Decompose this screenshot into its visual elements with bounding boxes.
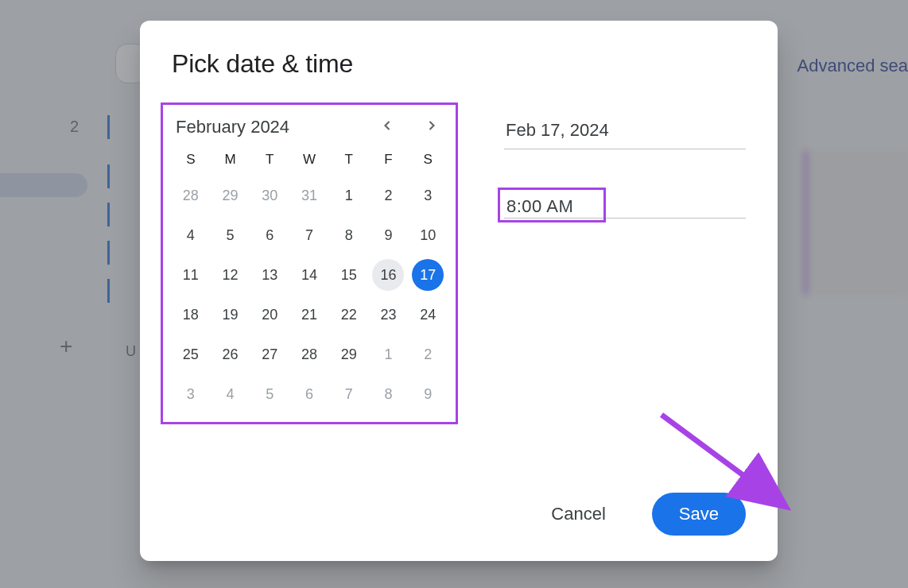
calendar-day[interactable]: 24: [408, 295, 448, 335]
prev-month-button[interactable]: [376, 114, 398, 139]
calendar-day[interactable]: 29: [329, 335, 369, 374]
calendar-day[interactable]: 28: [171, 176, 211, 215]
calendar-day[interactable]: 23: [369, 295, 409, 335]
time-input[interactable]: [506, 195, 586, 219]
dialog-title: Pick date & time: [172, 49, 746, 79]
calendar-day[interactable]: 1: [369, 335, 409, 374]
calendar-dow: F: [369, 149, 409, 176]
calendar-day[interactable]: 19: [211, 295, 250, 335]
calendar-day[interactable]: 3: [171, 374, 211, 414]
calendar-day[interactable]: 20: [250, 295, 289, 335]
calendar-day[interactable]: 7: [329, 374, 369, 414]
save-button[interactable]: Save: [652, 493, 746, 536]
calendar-day[interactable]: 3: [408, 176, 448, 215]
chevron-left-icon: [379, 124, 395, 136]
calendar-day[interactable]: 6: [250, 215, 289, 255]
chevron-right-icon: [424, 124, 440, 136]
calendar-day[interactable]: 6: [289, 374, 329, 414]
calendar-day[interactable]: 28: [289, 335, 329, 374]
calendar-day[interactable]: 21: [289, 295, 329, 335]
calendar-day[interactable]: 9: [369, 215, 409, 255]
calendar-day[interactable]: 7: [289, 215, 329, 255]
calendar-day[interactable]: 4: [171, 215, 211, 255]
svg-line-1: [662, 415, 769, 494]
calendar-day[interactable]: 31: [289, 176, 329, 215]
calendar-day[interactable]: 15: [329, 255, 369, 295]
calendar-day[interactable]: 26: [211, 335, 250, 374]
calendar-dow: T: [250, 149, 289, 176]
calendar-day[interactable]: 9: [408, 374, 448, 414]
calendar-day[interactable]: 13: [250, 255, 289, 295]
calendar-day[interactable]: 2: [408, 335, 448, 374]
calendar-day[interactable]: 11: [171, 255, 211, 295]
calendar-day[interactable]: 2: [369, 176, 409, 215]
pick-date-time-dialog: Pick date & time February 2024 SMTWTFS28…: [140, 21, 778, 561]
calendar-day[interactable]: 25: [171, 335, 211, 374]
calendar-day[interactable]: 30: [250, 176, 289, 215]
time-highlight-box: [498, 188, 606, 222]
calendar-day[interactable]: 29: [211, 176, 250, 215]
calendar-dow: M: [211, 149, 250, 176]
calendar-dow: T: [329, 149, 369, 176]
calendar-day[interactable]: 5: [250, 374, 289, 414]
calendar-day[interactable]: 22: [329, 295, 369, 335]
calendar-day[interactable]: 8: [329, 215, 369, 255]
calendar-day[interactable]: 1: [329, 176, 369, 215]
calendar-month-label: February 2024: [176, 117, 289, 137]
calendar-dow: S: [171, 149, 211, 176]
calendar-day[interactable]: 27: [250, 335, 289, 374]
date-input[interactable]: [504, 115, 746, 149]
calendar-day[interactable]: 5: [211, 215, 250, 255]
calendar-day[interactable]: 8: [369, 374, 409, 414]
calendar-dow: S: [408, 149, 448, 176]
calendar-day[interactable]: 16: [369, 255, 409, 295]
calendar-day[interactable]: 14: [289, 255, 329, 295]
calendar-dow: W: [289, 149, 329, 176]
cancel-button[interactable]: Cancel: [524, 493, 632, 536]
calendar-day[interactable]: 12: [211, 255, 250, 295]
calendar-day[interactable]: 17: [408, 255, 448, 295]
calendar-grid: SMTWTFS282930311234567891011121314151617…: [171, 149, 448, 414]
next-month-button[interactable]: [421, 114, 443, 139]
calendar-day[interactable]: 10: [408, 215, 448, 255]
calendar-day[interactable]: 4: [211, 374, 250, 414]
calendar-highlight-box: February 2024 SMTWTFS2829303112345678910…: [161, 103, 458, 424]
calendar-day[interactable]: 18: [171, 295, 211, 335]
